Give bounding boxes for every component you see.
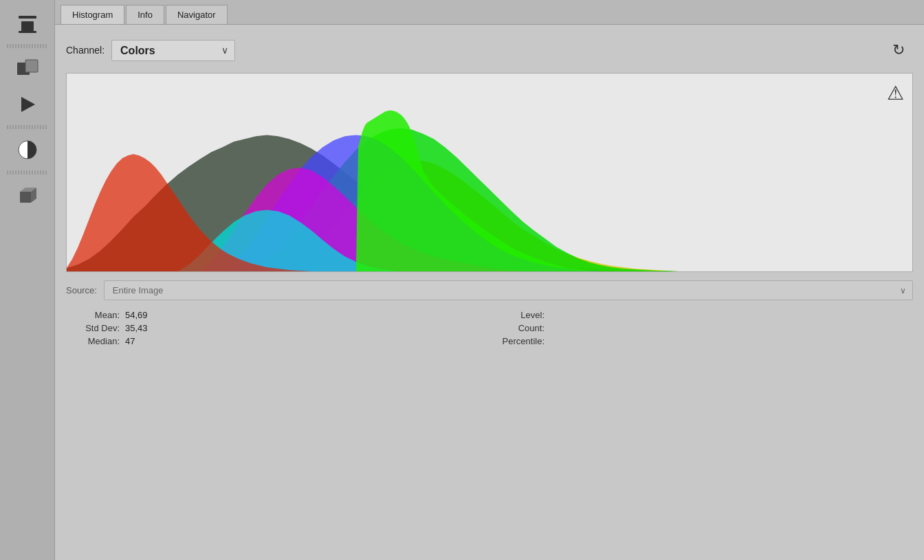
source-row: Source: Entire Image Selected Layer Adju… [66, 280, 913, 300]
mean-value: 54,69 [125, 310, 148, 320]
source-select-wrapper: Entire Image Selected Layer Adjustment C… [104, 280, 913, 300]
circle-half-icon[interactable] [11, 133, 44, 166]
divider-2 [7, 125, 48, 129]
channel-label: Channel: [66, 45, 104, 56]
stat-mean: Mean: 54,69 [72, 310, 483, 320]
svg-rect-2 [19, 31, 36, 33]
left-sidebar [0, 0, 55, 560]
3d-box-icon[interactable] [11, 179, 44, 212]
stddev-value: 35,43 [125, 323, 148, 333]
svg-rect-7 [20, 192, 31, 203]
histogram-chart [67, 74, 912, 271]
stat-median: Median: 47 [72, 336, 483, 346]
count-label: Count: [496, 323, 544, 333]
stat-stddev: Std Dev: 35,43 [72, 323, 483, 333]
histogram-container: ⚠ [66, 73, 913, 272]
source-label: Source: [66, 285, 97, 295]
transform-icon[interactable] [11, 52, 44, 85]
channel-select[interactable]: Colors Luminosity Red Green Blue [111, 40, 235, 61]
divider-1 [7, 44, 48, 48]
source-select[interactable]: Entire Image Selected Layer Adjustment C… [104, 280, 913, 300]
main-panel: Histogram Info Navigator Channel: Colors… [55, 0, 924, 560]
tabs-bar: Histogram Info Navigator [55, 0, 924, 25]
median-label: Median: [72, 336, 120, 346]
stat-level: Level: [496, 310, 908, 320]
svg-marker-5 [21, 97, 35, 112]
stddev-label: Std Dev: [72, 323, 120, 333]
warning-icon: ⚠ [887, 82, 904, 104]
divider-3 [7, 170, 48, 175]
panel-content: Channel: Colors Luminosity Red Green Blu… [55, 25, 924, 560]
svg-rect-0 [19, 16, 36, 19]
stat-count: Count: [496, 323, 908, 333]
mean-label: Mean: [72, 310, 120, 320]
level-label: Level: [496, 310, 544, 320]
refresh-button[interactable]: ↻ [884, 36, 913, 65]
percentile-label: Percentile: [496, 336, 544, 346]
stamp-icon[interactable] [11, 7, 44, 40]
svg-rect-1 [21, 21, 34, 31]
channel-select-wrapper: Colors Luminosity Red Green Blue ∨ [111, 40, 235, 61]
play-icon[interactable] [11, 88, 44, 121]
tab-info[interactable]: Info [126, 5, 164, 24]
svg-rect-4 [25, 60, 38, 72]
median-value: 47 [125, 336, 135, 346]
stat-percentile: Percentile: [496, 336, 908, 346]
tab-navigator[interactable]: Navigator [166, 5, 228, 24]
tab-histogram[interactable]: Histogram [60, 5, 124, 24]
channel-row: Channel: Colors Luminosity Red Green Blu… [66, 36, 913, 65]
stats-grid: Mean: 54,69 Level: Std Dev: 35,43 Count:… [66, 307, 913, 349]
